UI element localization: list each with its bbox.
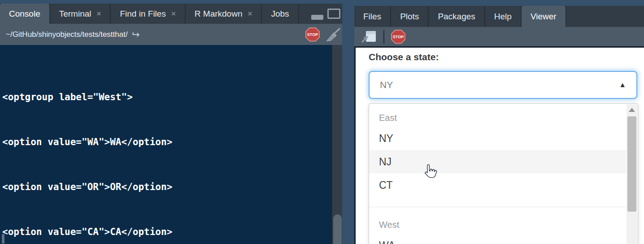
tab[interactable]: Viewer [522,6,566,27]
console-output[interactable]: <optgroup label="West"> <option value="W… [0,45,332,244]
maximize-pane-icon[interactable] [327,9,340,19]
tab-close-icon[interactable]: × [248,9,252,18]
console-line: <optgroup label="West"> [2,92,332,103]
tab[interactable]: Jobs [262,4,299,24]
clear-console-icon[interactable] [325,27,341,42]
console-toolbar: ~/GitHub/shinyobjects/tests/testthat/ ↪ … [0,24,342,45]
dropdown-item[interactable]: NJ [369,150,626,173]
tab[interactable]: Packages [429,6,485,27]
tab[interactable]: Plots [391,6,429,27]
working-directory-path: ~/GitHub/shinyobjects/tests/testthat/ [6,30,128,39]
minimize-pane-icon[interactable] [311,15,323,20]
tab[interactable]: R Markdown × [186,4,262,24]
dropdown-item[interactable]: CT [369,173,626,197]
tab-label: Help [494,12,512,22]
tab-label: R Markdown [195,9,243,19]
tab-label: Viewer [531,12,557,22]
toolbar-separator [383,30,384,44]
tab-label: Console [9,9,40,19]
scrollbar-thumb[interactable] [627,116,636,212]
stop-app-button[interactable]: STOP [391,30,405,44]
viewer-web-content: Choose a state: NY ▲ East NY NJ CT West … [354,46,644,244]
dropdown-options: East NY NJ CT West WA [369,104,626,244]
tab[interactable]: Terminal × [50,4,111,24]
interrupt-r-button[interactable]: STOP [305,27,320,42]
dropdown-scrollbar[interactable] [627,104,637,244]
select-input-label: Choose a state: [369,52,439,62]
go-to-directory-icon[interactable]: ↪ [132,30,140,39]
tab-close-icon[interactable]: × [171,9,176,18]
tab-label: Files [363,12,381,22]
console-pane: Console Terminal × Find in Files × R Mar… [0,0,342,244]
dropdown-item[interactable]: East [369,104,626,127]
state-dropdown-list: East NY NJ CT West WA [369,103,638,244]
viewer-toolbar: STOP [354,27,644,46]
selected-value: NY [380,80,393,90]
viewer-pane-tabbar: Files Plots Packages Help Viewer [354,6,644,27]
console-pane-tabbar: Console Terminal × Find in Files × R Mar… [0,4,342,24]
viewer-pane: Files Plots Packages Help Viewer [354,0,644,244]
tab[interactable]: Find in Files × [111,4,185,24]
tab-close-icon[interactable]: × [97,9,101,18]
open-in-new-window-icon[interactable] [361,30,377,44]
caret-up-icon: ▲ [619,81,626,89]
dropdown-item[interactable]: NY [369,127,626,150]
state-select-input[interactable]: NY ▲ [369,71,637,99]
dropdown-item[interactable]: WA [369,234,626,244]
scrollbar-thumb[interactable] [333,214,342,244]
text-cursor [2,234,4,244]
console-line: <option value="CA">CA</option> [2,226,332,238]
scroll-up-button[interactable] [627,104,637,115]
tab-label: Packages [438,12,475,22]
tab-label: Jobs [271,9,289,19]
tab-label: Terminal [59,9,91,19]
dropdown-item[interactable]: West [369,207,626,234]
tab-label: Find in Files [120,9,165,19]
tab-label: Plots [400,12,419,22]
tab[interactable]: Help [485,6,522,27]
console-scrollbar[interactable] [332,45,342,244]
console-line: <option value="OR">OR</option> [2,182,332,193]
pane-window-controls [308,4,340,24]
console-line: <option value="WA">WA</option> [2,137,332,148]
arrow-up-icon [629,108,635,112]
tab[interactable]: Files [354,6,391,27]
tab[interactable]: Console [0,4,50,24]
